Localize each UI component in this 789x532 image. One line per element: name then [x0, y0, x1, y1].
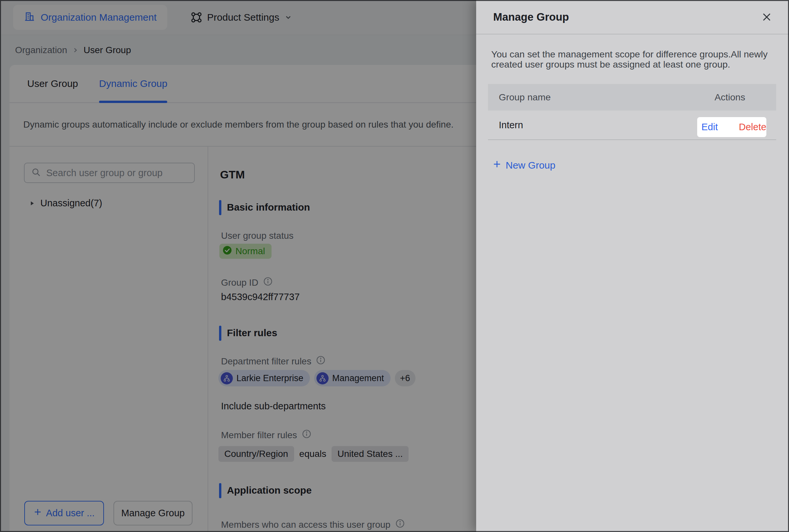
delete-link[interactable]: Delete: [739, 122, 766, 133]
edit-link[interactable]: Edit: [701, 122, 718, 133]
app-screen: Organization Management Product Settings…: [0, 0, 789, 532]
actions-spotlight: Edit Delete: [697, 117, 766, 137]
modal-backdrop[interactable]: [0, 0, 476, 532]
manage-group-drawer: Manage Group You can set the management …: [476, 0, 789, 532]
spotlight-backdrop: [476, 0, 789, 532]
